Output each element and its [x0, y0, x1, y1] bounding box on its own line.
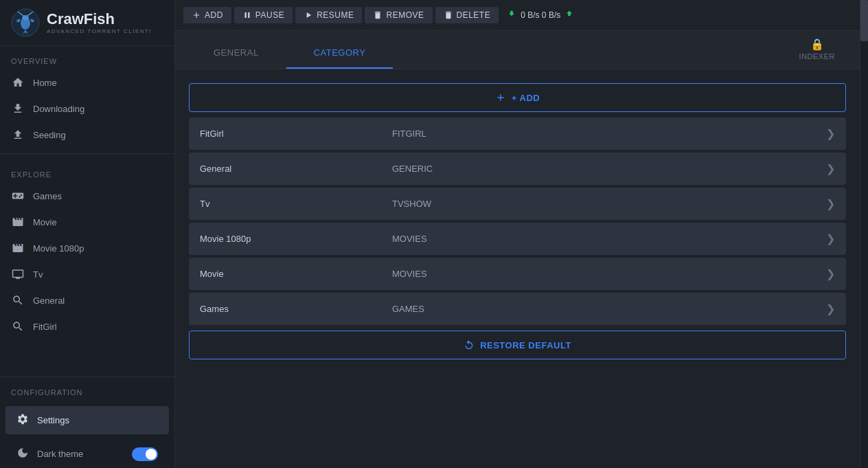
scrollbar-thumb	[860, 0, 868, 41]
download-icon	[11, 102, 25, 115]
sidebar-item-fitgirl[interactable]: FitGirl	[0, 313, 174, 339]
logo-area: CrawFish ADVANCED TORRENT CLIENT!	[0, 0, 174, 46]
chevron-tv: ❯	[826, 197, 835, 210]
add-category-button[interactable]: + ADD	[189, 83, 846, 112]
category-type-general: GENERIC	[392, 164, 826, 174]
sidebar-item-general[interactable]: General	[0, 287, 174, 313]
remove-button[interactable]: REMOVE	[365, 7, 432, 23]
settings-label: Settings	[37, 415, 69, 425]
upload-icon	[11, 128, 25, 142]
sidebar-item-seeding-label: Seeding	[33, 130, 66, 140]
dark-theme-toggle[interactable]	[132, 447, 158, 461]
tab-category[interactable]: CATEGORY	[286, 35, 393, 69]
resume-button-label: RESUME	[317, 10, 354, 20]
sidebar-item-downloading[interactable]: Downloading	[0, 96, 174, 122]
chevron-movie-1080p: ❯	[826, 232, 835, 245]
sidebar-bottom: Configuration Settings Dark theme	[0, 377, 174, 468]
tv-icon	[11, 267, 25, 281]
pause-icon	[242, 10, 252, 20]
category-name-movie: Movie	[200, 269, 392, 279]
moon-icon	[16, 447, 29, 461]
sidebar-item-tv[interactable]: Tv	[0, 261, 174, 287]
fitgirl-icon	[11, 320, 25, 333]
lock-icon: 🔒	[810, 38, 824, 51]
logo-icon	[11, 8, 40, 37]
resume-icon	[304, 10, 313, 20]
speed-indicator: 0 B/s 0 B/s	[507, 10, 574, 21]
sidebar-item-tv-label: Tv	[33, 269, 43, 280]
pause-button-label: PAUSE	[255, 10, 284, 20]
app-title: CrawFish	[47, 11, 152, 27]
category-type-movie-1080p: MOVIES	[392, 234, 826, 244]
chevron-fitgirl: ❯	[826, 127, 835, 140]
remove-button-label: REMOVE	[386, 10, 424, 20]
toolbar: ADD PAUSE RESUME REMOVE DELETE	[175, 0, 860, 31]
main: ADD PAUSE RESUME REMOVE DELETE	[175, 0, 860, 468]
tab-category-label: CATEGORY	[314, 47, 366, 58]
category-type-games: GAMES	[392, 304, 826, 314]
category-type-movie: MOVIES	[392, 269, 826, 279]
speed-up-icon	[564, 10, 574, 21]
overview-label: Overview	[0, 46, 174, 69]
settings-icon	[16, 413, 29, 427]
category-row-general[interactable]: General GENERIC ❯	[189, 153, 846, 185]
restore-default-button[interactable]: RESTORE DEFAULT	[189, 331, 846, 359]
sidebar-item-home-label: Home	[33, 78, 57, 88]
category-type-fitgirl: FITGIRL	[392, 129, 826, 139]
movie-icon	[11, 215, 25, 229]
pause-button[interactable]: PAUSE	[234, 7, 293, 23]
chevron-general: ❯	[826, 162, 835, 175]
category-name-general: General	[200, 164, 392, 174]
add-category-label: + ADD	[512, 93, 540, 103]
sidebar-item-downloading-label: Downloading	[33, 104, 84, 114]
sidebar-divider-1	[0, 153, 174, 154]
category-row-games[interactable]: Games GAMES ❯	[189, 293, 846, 325]
category-row-movie-1080p[interactable]: Movie 1080p MOVIES ❯	[189, 223, 846, 255]
movie-1080p-icon	[11, 241, 25, 255]
explore-label: Explore	[0, 159, 174, 183]
sidebar-item-seeding[interactable]: Seeding	[0, 122, 174, 148]
category-name-tv: Tv	[200, 199, 392, 209]
app-subtitle: ADVANCED TORRENT CLIENT!	[47, 28, 152, 34]
sidebar-item-games[interactable]: Games	[0, 183, 174, 209]
dark-theme-label: Dark theme	[37, 449, 124, 459]
category-type-tv: TVSHOW	[392, 199, 826, 209]
category-row-tv[interactable]: Tv TVSHOW ❯	[189, 188, 846, 220]
sidebar-item-general-label: General	[33, 296, 65, 306]
right-scrollbar[interactable]	[860, 0, 868, 468]
add-button[interactable]: ADD	[183, 7, 231, 23]
add-icon	[192, 10, 201, 20]
sidebar-item-home[interactable]: Home	[0, 69, 174, 96]
games-icon	[11, 189, 25, 203]
remove-icon	[373, 10, 382, 20]
restore-icon	[464, 339, 475, 350]
tab-general-label: GENERAL	[214, 47, 259, 58]
home-icon	[11, 76, 25, 89]
delete-button[interactable]: DELETE	[435, 7, 499, 23]
sidebar: CrawFish ADVANCED TORRENT CLIENT! Overvi…	[0, 0, 175, 468]
speed-down-icon	[507, 10, 516, 21]
sidebar-item-movie[interactable]: Movie	[0, 209, 174, 235]
chevron-movie: ❯	[826, 267, 835, 280]
delete-button-label: DELETE	[457, 10, 491, 20]
sidebar-item-movie-label: Movie	[33, 217, 57, 227]
general-icon	[11, 293, 25, 307]
sidebar-item-movie-1080p[interactable]: Movie 1080p	[0, 235, 174, 261]
resume-button[interactable]: RESUME	[295, 7, 362, 23]
category-row-fitgirl[interactable]: FitGirl FITGIRL ❯	[189, 118, 846, 150]
tabs: GENERAL CATEGORY 🔒 INDEXER	[175, 31, 860, 69]
dark-theme-row: Dark theme	[0, 440, 174, 468]
tab-indexer[interactable]: 🔒 INDEXER	[786, 31, 849, 69]
sidebar-item-fitgirl-label: FitGirl	[33, 322, 57, 332]
category-row-movie[interactable]: Movie MOVIES ❯	[189, 258, 846, 290]
tab-indexer-label: INDEXER	[799, 52, 835, 60]
sidebar-item-games-label: Games	[33, 191, 62, 201]
logo-text: CrawFish ADVANCED TORRENT CLIENT!	[47, 11, 152, 34]
tab-general[interactable]: GENERAL	[186, 35, 286, 69]
add-category-icon	[495, 92, 506, 103]
chevron-games: ❯	[826, 302, 835, 315]
category-name-games: Games	[200, 304, 392, 314]
category-name-movie-1080p: Movie 1080p	[200, 234, 392, 244]
settings-item[interactable]: Settings	[5, 406, 169, 434]
restore-default-label: RESTORE DEFAULT	[480, 340, 571, 350]
